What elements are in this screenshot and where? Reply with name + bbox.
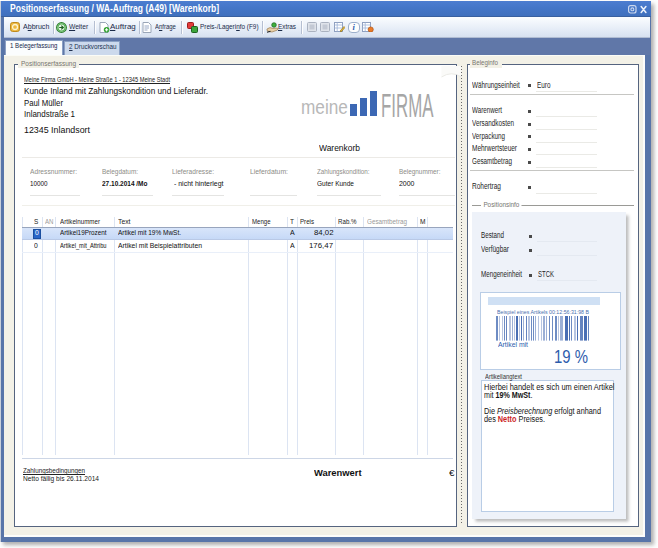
svg-text:FIRMA: FIRMA [381,90,434,118]
